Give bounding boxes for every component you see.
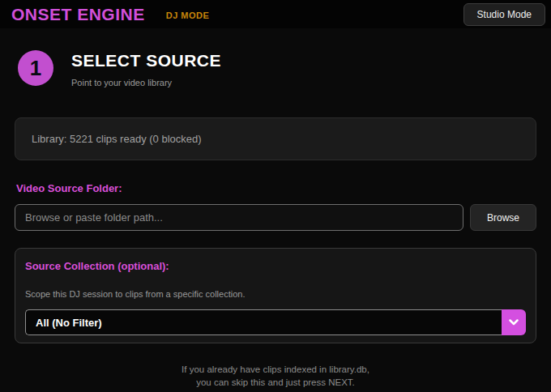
video-source-folder-label: Video Source Folder: xyxy=(16,182,536,194)
step-text: SELECT SOURCE Point to your video librar… xyxy=(71,50,221,87)
page-subtitle: Point to your video library xyxy=(71,78,221,87)
skip-hint: If you already have clips indexed in lib… xyxy=(15,363,536,389)
skip-hint-line1: If you already have clips indexed in lib… xyxy=(15,363,536,376)
library-status-text: Library: 5221 clips ready (0 blocked) xyxy=(32,133,202,145)
chevron-down-icon xyxy=(509,319,519,326)
source-collection-label: Source Collection (optional): xyxy=(25,260,526,272)
collection-select[interactable]: All (No Filter) xyxy=(25,309,526,335)
collection-select-chevron-button[interactable] xyxy=(502,309,526,335)
source-collection-description: Scope this DJ session to clips from a sp… xyxy=(25,289,526,299)
step-header: 1 SELECT SOURCE Point to your video libr… xyxy=(15,50,536,87)
library-status-panel: Library: 5221 clips ready (0 blocked) xyxy=(15,117,536,160)
folder-path-input[interactable] xyxy=(15,204,463,231)
source-collection-panel: Source Collection (optional): Scope this… xyxy=(15,248,536,343)
dj-mode-label: DJ MODE xyxy=(166,11,210,20)
collection-select-value[interactable]: All (No Filter) xyxy=(25,309,502,335)
main-content: 1 SELECT SOURCE Point to your video libr… xyxy=(0,50,551,389)
page-title: SELECT SOURCE xyxy=(71,51,221,70)
skip-hint-line2: you can skip this and just press NEXT. xyxy=(15,376,536,389)
header-bar: ONSET ENGINE DJ MODE Studio Mode xyxy=(0,0,551,28)
app-title: ONSET ENGINE xyxy=(11,5,145,24)
step-number-badge: 1 xyxy=(18,50,53,86)
browse-button[interactable]: Browse xyxy=(470,204,536,231)
folder-input-row: Browse xyxy=(15,204,536,231)
studio-mode-button[interactable]: Studio Mode xyxy=(463,3,545,26)
